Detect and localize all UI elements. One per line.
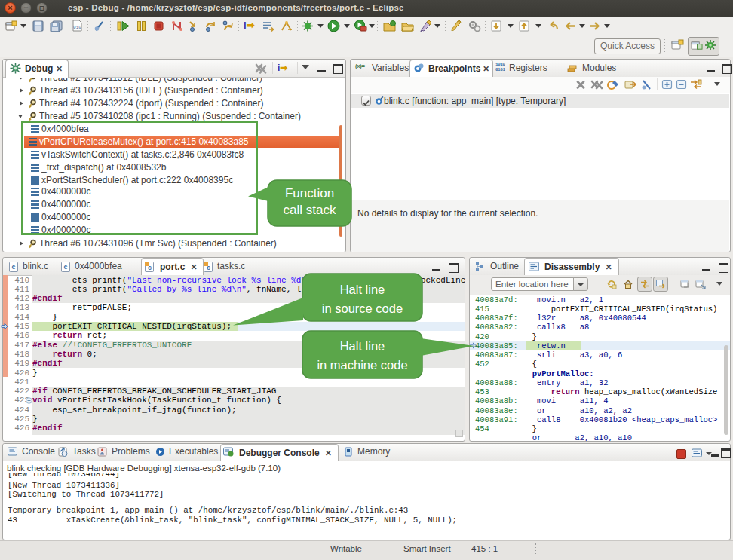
svg-text:010: 010 xyxy=(73,25,81,30)
svg-text:c: c xyxy=(63,263,67,271)
svg-text:c: c xyxy=(11,263,15,271)
